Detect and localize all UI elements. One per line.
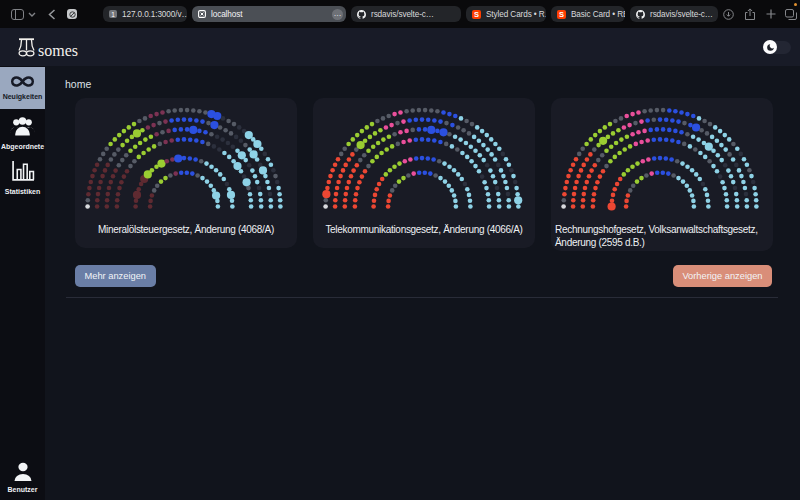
svg-text:S: S [559,10,564,19]
svg-text:1: 1 [111,11,115,18]
svg-text:S: S [474,10,479,19]
